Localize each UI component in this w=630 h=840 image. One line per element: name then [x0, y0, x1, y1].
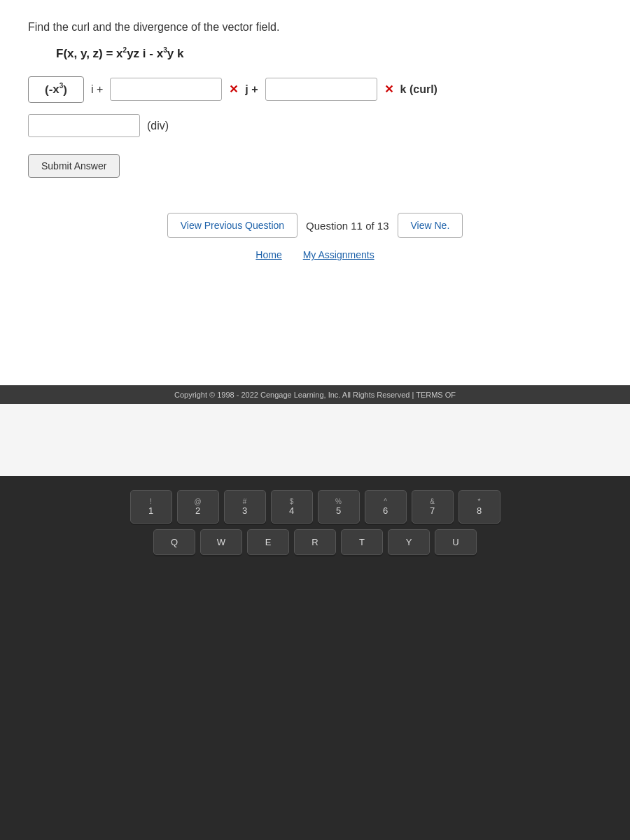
- keyboard: !1 @2 #3 $4 %5 ^6 &7 *8 Q W E R T Y U: [0, 490, 630, 555]
- keyboard-area: !1 @2 #3 $4 %5 ^6 &7 *8 Q W E R T Y U: [0, 476, 630, 840]
- key-r[interactable]: R: [294, 529, 336, 555]
- navigation-row: View Previous Question Question 11 of 13…: [28, 213, 602, 238]
- copyright-bar: Copyright © 1998 - 2022 Cengage Learning…: [0, 385, 630, 404]
- key-4[interactable]: $4: [271, 490, 313, 524]
- key-5[interactable]: %5: [318, 490, 360, 524]
- j-component-input[interactable]: [265, 78, 377, 101]
- question-title: Find the curl and the divergence of the …: [28, 21, 602, 34]
- key-7[interactable]: &7: [412, 490, 454, 524]
- question-counter: Question 11 of 13: [306, 220, 388, 232]
- submit-button[interactable]: Submit Answer: [28, 154, 120, 178]
- key-3[interactable]: #3: [224, 490, 266, 524]
- key-q[interactable]: Q: [153, 529, 195, 555]
- divergence-row: (div): [28, 114, 602, 137]
- j-x-mark: ✕: [229, 83, 238, 96]
- next-question-button[interactable]: View Ne.: [398, 213, 463, 238]
- key-y[interactable]: Y: [388, 529, 430, 555]
- key-2[interactable]: @2: [177, 490, 219, 524]
- function-label: F(x, y, z) = x2yz i - x3y k: [56, 46, 602, 61]
- div-input[interactable]: [28, 114, 140, 137]
- footer-links: Home My Assignments: [28, 249, 602, 260]
- prev-question-button[interactable]: View Previous Question: [167, 213, 298, 238]
- key-8[interactable]: *8: [458, 490, 500, 524]
- curl-answer-box: (-x3): [28, 76, 84, 104]
- key-w[interactable]: W: [200, 529, 242, 555]
- number-key-row: !1 @2 #3 $4 %5 ^6 &7 *8: [21, 490, 609, 524]
- home-link[interactable]: Home: [255, 249, 281, 260]
- j-operator: j +: [245, 83, 258, 96]
- i-operator: i +: [91, 83, 103, 96]
- i-component-input[interactable]: [110, 78, 222, 101]
- letter-row-1: Q W E R T Y U: [21, 529, 609, 555]
- div-label: (div): [147, 120, 169, 132]
- key-6[interactable]: ^6: [365, 490, 407, 524]
- key-e[interactable]: E: [247, 529, 289, 555]
- my-assignments-link[interactable]: My Assignments: [303, 249, 374, 260]
- key-u[interactable]: U: [435, 529, 477, 555]
- key-t[interactable]: T: [341, 529, 383, 555]
- k-label: k (curl): [400, 83, 438, 96]
- k-x-mark: ✕: [384, 83, 393, 96]
- curl-value: -x3: [49, 83, 64, 96]
- key-1[interactable]: !1: [130, 490, 172, 524]
- curl-answer-row: (-x3) i + ✕ j + ✕ k (curl): [28, 76, 602, 104]
